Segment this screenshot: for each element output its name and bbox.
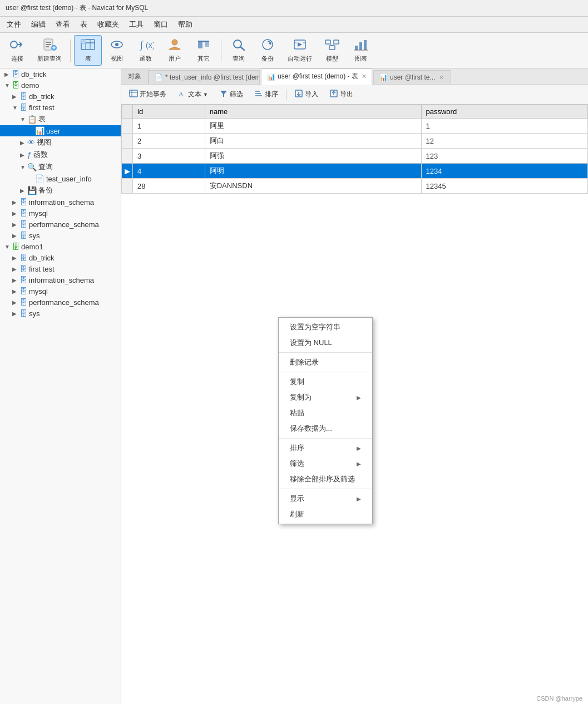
tab-close-2[interactable]: ✕ (360, 73, 368, 80)
sidebar-item-demo1[interactable]: ▼ 🗄 demo1 (0, 241, 121, 252)
ctx-display[interactable]: 显示 ▶ (279, 491, 372, 506)
cell-password[interactable]: 123 (421, 149, 588, 164)
cell-password[interactable]: 12345 (421, 179, 588, 194)
cell-name[interactable]: 阿明 (205, 164, 421, 179)
cell-name[interactable]: 阿白 (205, 134, 421, 149)
toggle-icon: ▶ (12, 311, 18, 317)
sort-button[interactable]: 排序 (250, 87, 283, 102)
ctx-set-null[interactable]: 设置为 NULL (279, 335, 372, 351)
sidebar-item-tables-folder[interactable]: ▼ 📋 表 (0, 113, 121, 125)
sidebar-item-demo1-firsttest[interactable]: ▶ 🗄 first test (0, 263, 121, 274)
table-row[interactable]: 2 阿白 12 (122, 134, 588, 149)
table-icon-2: 📊 (35, 126, 45, 135)
begin-transaction-button[interactable]: 开始事务 (125, 87, 171, 102)
menu-tools[interactable]: 工具 (125, 18, 148, 31)
other-button[interactable]: 其它 (190, 35, 218, 66)
menu-file[interactable]: 文件 (2, 18, 26, 31)
export-button[interactable]: 导出 (325, 87, 358, 102)
tab-user-table[interactable]: 📊 user @first test (demo) - 表 ✕ (261, 68, 372, 85)
view-button[interactable]: 视图 (103, 35, 131, 66)
cell-id[interactable]: 4 (133, 164, 205, 179)
ctx-delete-record[interactable]: 删除记录 (279, 355, 372, 370)
cell-id[interactable]: 28 (133, 179, 205, 194)
col-name[interactable]: name (205, 105, 421, 119)
text-button[interactable]: A 文本 ▼ (173, 87, 213, 102)
sidebar-item-info-schema[interactable]: ▶ 🗄 information_schema (0, 196, 121, 208)
sidebar-item-demo-dbtrick[interactable]: ▶ 🗄 db_trick (0, 91, 121, 102)
cell-name[interactable]: 阿强 (205, 149, 421, 164)
status-text: CSDN @harrype (536, 695, 582, 702)
db-icon-2: 🗄 (19, 92, 27, 101)
col-password[interactable]: password (421, 105, 588, 119)
table-icon (80, 38, 96, 53)
ctx-copy[interactable]: 复制 (279, 374, 372, 390)
menu-edit[interactable]: 编辑 (27, 18, 50, 31)
new-query-button[interactable]: 新建查询 (32, 35, 67, 66)
import-button[interactable]: 导入 (290, 87, 323, 102)
sidebar-item-test-user-info[interactable]: 📄 test_user_info (0, 173, 121, 184)
query-button[interactable]: 查询 (225, 35, 253, 66)
sidebar-item-backup-folder[interactable]: ▶ 💾 备份 (0, 184, 121, 196)
sidebar-item-demo1-mysql[interactable]: ▶ 🗄 mysql (0, 285, 121, 297)
cell-name[interactable]: 阿里 (205, 119, 421, 134)
sidebar-item-demo1-dbtrick[interactable]: ▶ 🗄 db_trick (0, 252, 121, 263)
ctx-save-data[interactable]: 保存数据为... (279, 421, 372, 436)
table-row-selected[interactable]: ▶ 4 阿明 1234 (122, 164, 588, 179)
tab-user-2[interactable]: 📊 user @first te... ✕ (373, 70, 451, 84)
autorun-icon (292, 38, 308, 53)
sidebar-item-views-folder[interactable]: ▶ 👁 视图 (0, 136, 121, 149)
table-button[interactable]: 表 (74, 35, 102, 66)
menu-favorites[interactable]: 收藏夹 (93, 18, 123, 31)
cell-id[interactable]: 3 (133, 149, 205, 164)
sidebar-item-demo1-perfschema[interactable]: ▶ 🗄 performance_schema (0, 297, 121, 308)
ctx-refresh[interactable]: 刷新 (279, 506, 372, 522)
svg-point-0 (11, 41, 17, 48)
table-row[interactable]: 28 安DANNSDN 12345 (122, 179, 588, 194)
ctx-paste[interactable]: 粘贴 (279, 405, 372, 421)
svg-text:A: A (179, 90, 184, 98)
sidebar-item-funcs-folder[interactable]: ▶ ƒ 函数 (0, 149, 121, 161)
sidebar-item-user[interactable]: 📊 user (0, 125, 121, 136)
sidebar-item-demo1-sys[interactable]: ▶ 🗄 sys (0, 308, 121, 319)
connect-button[interactable]: 连接 (3, 35, 31, 66)
user-button[interactable]: 用户 (161, 35, 189, 66)
cell-name[interactable]: 安DANNSDN (205, 179, 421, 194)
sidebar-item-sys[interactable]: ▶ 🗄 sys (0, 230, 121, 241)
col-id[interactable]: id (133, 105, 205, 119)
ctx-filter[interactable]: 筛选 ▶ (279, 456, 372, 471)
tab-close-3[interactable]: ✕ (438, 74, 445, 81)
backup-button[interactable]: 备份 (254, 35, 281, 66)
sidebar-item-demo[interactable]: ▼ 🗄 demo (0, 80, 121, 91)
ctx-copy-as[interactable]: 复制为 ▶ (279, 390, 372, 405)
sidebar-item-first-test[interactable]: ▼ 🗄 first test (0, 102, 121, 113)
menu-help[interactable]: 帮助 (174, 18, 197, 31)
model-button[interactable]: 模型 (318, 35, 346, 66)
chart-button[interactable]: 图表 (347, 35, 375, 66)
sidebar-item-perf-schema[interactable]: ▶ 🗄 performance_schema (0, 219, 121, 230)
menu-view[interactable]: 查看 (51, 18, 75, 31)
function-button[interactable]: ∫ (x) 函数 (132, 35, 160, 66)
ctx-remove-sort-filter[interactable]: 移除全部排序及筛选 (279, 471, 372, 487)
toggle-icon: ▼ (12, 105, 18, 111)
menu-window[interactable]: 窗口 (149, 18, 172, 31)
sidebar-item-db-trick[interactable]: ▶ 🗄 db_trick (0, 68, 121, 80)
filter-button[interactable]: 筛选 (215, 87, 248, 102)
autorun-button[interactable]: 自动运行 (283, 35, 317, 66)
svg-marker-41 (220, 91, 227, 97)
ctx-set-empty[interactable]: 设置为空字符串 (279, 319, 372, 335)
tab-test-user-info[interactable]: 📄 * test_user_info @first test (demo) -.… (149, 70, 260, 84)
table-row[interactable]: 1 阿里 1 (122, 119, 588, 134)
table-row[interactable]: 3 阿强 123 (122, 149, 588, 164)
sidebar-item-demo1-infoschema[interactable]: ▶ 🗄 information_schema (0, 274, 121, 285)
sidebar-item-queries-folder[interactable]: ▼ 🔍 查询 (0, 161, 121, 173)
cell-password[interactable]: 12 (421, 134, 588, 149)
toggle-icon: ▶ (12, 277, 18, 283)
menu-table[interactable]: 表 (76, 18, 92, 31)
cell-id[interactable]: 2 (133, 134, 205, 149)
ctx-sort[interactable]: 排序 ▶ (279, 440, 372, 456)
cell-id[interactable]: 1 (133, 119, 205, 134)
cell-password[interactable]: 1 (421, 119, 588, 134)
cell-password-editing[interactable]: 1234 (421, 164, 588, 179)
sidebar-item-mysql[interactable]: ▶ 🗄 mysql (0, 208, 121, 219)
objects-tab[interactable]: 对象 (121, 69, 149, 84)
